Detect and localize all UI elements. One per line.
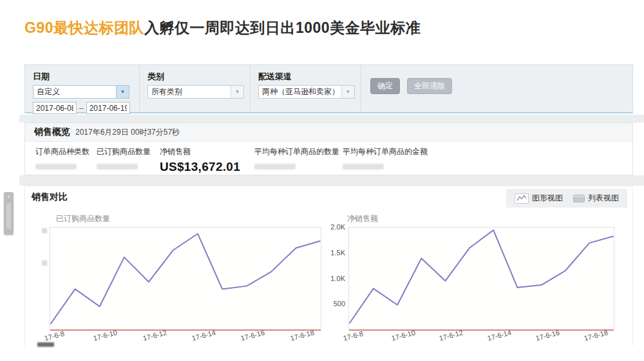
- filter-category-section: 类别 所有类别 ▼: [140, 65, 251, 112]
- line-series: [349, 228, 614, 330]
- y-axis: 5001.0K1.5K2.0K: [329, 227, 348, 330]
- category-select[interactable]: 所有类别 ▼: [147, 85, 244, 99]
- chart-title: 已订购商品数量: [56, 213, 321, 224]
- date-range-row: –: [33, 102, 131, 114]
- x-tick-label: 17-6-14: [487, 328, 513, 342]
- redacted-axis-mark: [42, 228, 47, 233]
- date-preset-select[interactable]: 自定义 ▼: [33, 85, 129, 99]
- x-tick-label: 17-6-8: [43, 329, 65, 342]
- x-tick-label: 17-6-10: [390, 328, 416, 342]
- channel-select[interactable]: 两种（亚马逊和卖家） ▼: [258, 85, 355, 99]
- metric-net-sales: 净销售额 US$13,672.01: [160, 146, 254, 174]
- channel-filter-label: 配送渠道: [258, 71, 353, 83]
- page-title-rest: 入孵仅一周即达到日出1000美金毕业标准: [144, 19, 421, 36]
- page-title: G90最快达标团队入孵仅一周即达到日出1000美金毕业标准: [24, 18, 421, 38]
- date-from-input[interactable]: [33, 102, 77, 114]
- list-view-label: 列表视图: [588, 193, 619, 204]
- metric-avg-units-per-item: 平均每种订单商品的数量: [254, 146, 343, 174]
- channel-value: 两种（亚马逊和卖家）: [259, 86, 341, 98]
- date-filter-label: 日期: [33, 71, 131, 83]
- confirm-button[interactable]: 确定: [370, 78, 400, 94]
- charts-row: 已订购商品数量 17-6-817-6-1017-6-1217-6-1417-6-…: [38, 213, 614, 348]
- chevron-down-icon: ▼: [116, 86, 129, 98]
- filter-panel: 日期 自定义 ▼ – 类别 所有类别 ▼ 配送渠道 两种（亚马逊和卖家） ▼: [24, 64, 633, 113]
- sales-overview-card: 销售概览 2017年6月29日 00时37分57秒 订单商品种类数 已订购商品数…: [24, 122, 633, 175]
- chart-units-ordered: 已订购商品数量 17-6-817-6-1017-6-1217-6-1417-6-…: [38, 213, 321, 348]
- x-tick-label: 17-6-8: [342, 329, 364, 342]
- redacted-value: [97, 164, 138, 170]
- sales-overview-timestamp: 2017年6月29日 00时37分57秒: [75, 127, 180, 138]
- sales-overview-header: 销售概览 2017年6月29日 00时37分57秒: [25, 123, 632, 142]
- sales-comparison-card: 销售对比 图形视图 列表视图 已订购商品数量: [24, 186, 633, 346]
- x-tick-label: 17-6-18: [289, 328, 315, 342]
- date-to-input[interactable]: [86, 102, 130, 114]
- x-axis-labels: 17-6-817-6-1017-6-1217-6-1417-6-1617-6-1…: [329, 330, 614, 348]
- y-tick-label: 1.5K: [330, 249, 345, 257]
- metric-units-ordered: 已订购商品数量: [97, 146, 160, 174]
- table-list-icon: [573, 195, 585, 202]
- x-tick-label: 17-6-18: [583, 328, 609, 342]
- chart-plot-area[interactable]: [348, 227, 614, 330]
- metric-avg-sales-per-item: 平均每种订单商品的金额: [343, 146, 439, 174]
- date-preset-value: 自定义: [33, 86, 116, 98]
- x-tick-label: 17-6-12: [439, 328, 464, 342]
- x-tick-label: 17-6-16: [535, 328, 560, 342]
- view-toggle-group: 图形视图 列表视图: [506, 189, 627, 208]
- redacted-axis-mark: [42, 260, 47, 266]
- sales-comparison-title: 销售对比: [32, 191, 68, 203]
- chevron-left-icon: ‹: [8, 193, 10, 200]
- chevron-down-icon: ▼: [341, 86, 354, 98]
- collapse-side-tab[interactable]: ‹: [4, 192, 14, 235]
- redacted-value: [254, 164, 296, 170]
- filter-date-section: 日期 自定义 ▼ –: [25, 65, 140, 112]
- side-tab-body: [6, 203, 11, 229]
- y-axis: [38, 227, 50, 330]
- page-title-highlight: G90最快达标团队: [24, 19, 144, 36]
- category-value: 所有类别: [148, 86, 231, 98]
- category-filter-label: 类别: [147, 71, 242, 83]
- redacted-value: [35, 164, 77, 170]
- y-tick-label: 500: [334, 300, 345, 307]
- metric-order-item-types: 订单商品种类数: [35, 146, 97, 174]
- net-sales-value: US$13,672.01: [160, 160, 254, 174]
- sales-overview-title: 销售概览: [34, 126, 70, 138]
- section-divider: [19, 115, 644, 122]
- section-divider: [19, 175, 644, 186]
- x-tick-label: 17-6-10: [93, 328, 118, 342]
- line-chart-icon: [515, 193, 529, 204]
- chevron-down-icon: ▼: [231, 86, 243, 98]
- list-view-button[interactable]: 列表视图: [571, 191, 621, 205]
- x-tick-label: 17-6-14: [191, 328, 217, 342]
- filter-actions: 确定 全部清除: [361, 65, 632, 112]
- graph-view-label: 图形视图: [532, 193, 563, 204]
- chart-title: 净销售额: [347, 213, 614, 224]
- line-series: [50, 228, 321, 330]
- redacted-value: [343, 164, 384, 170]
- x-tick-label: 17-6-16: [240, 328, 266, 342]
- y-tick-label: 1.0K: [330, 275, 345, 282]
- chart-net-sales: 净销售额 5001.0K1.5K2.0K 17-6-817-6-1017-6-1…: [329, 213, 614, 348]
- x-axis-labels: 17-6-817-6-1017-6-1217-6-1417-6-1617-6-1…: [38, 330, 321, 348]
- filter-channel-section: 配送渠道 两种（亚马逊和卖家） ▼: [251, 65, 361, 112]
- graph-view-button[interactable]: 图形视图: [513, 191, 565, 205]
- clipped-legend-artifact: [37, 342, 54, 347]
- clear-all-button[interactable]: 全部清除: [407, 78, 452, 94]
- metrics-row: 订单商品种类数 已订购商品数量 净销售额 US$13,672.01 平均每种订单…: [25, 142, 632, 174]
- chart-plot-area[interactable]: [50, 227, 321, 330]
- y-tick-label: 2.0K: [330, 223, 345, 231]
- dashboard-page: G90最快达标团队入孵仅一周即达到日出1000美金毕业标准 ‹ 日期 自定义 ▼…: [0, 0, 644, 361]
- date-range-separator: –: [79, 104, 84, 113]
- x-tick-label: 17-6-12: [142, 328, 167, 342]
